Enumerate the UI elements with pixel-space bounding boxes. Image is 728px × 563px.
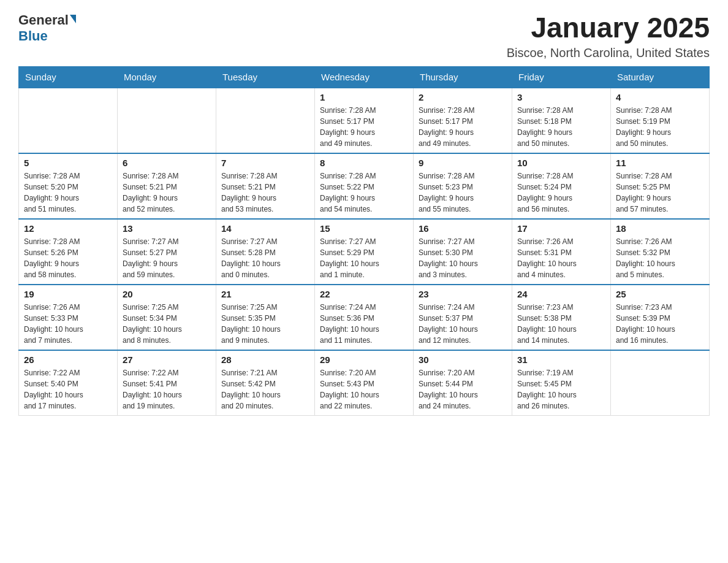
day-number: 27	[123, 354, 211, 365]
day-info: Sunrise: 7:28 AMSunset: 5:21 PMDaylight:…	[123, 170, 211, 215]
day-info: Sunrise: 7:28 AMSunset: 5:17 PMDaylight:…	[320, 105, 408, 149]
table-row: 28Sunrise: 7:21 AMSunset: 5:42 PMDayligh…	[216, 350, 315, 416]
table-row	[118, 88, 216, 153]
day-info: Sunrise: 7:20 AMSunset: 5:44 PMDaylight:…	[419, 367, 507, 412]
table-row: 11Sunrise: 7:28 AMSunset: 5:25 PMDayligh…	[611, 153, 710, 219]
table-row: 3Sunrise: 7:28 AMSunset: 5:18 PMDaylight…	[512, 88, 611, 153]
day-info: Sunrise: 7:27 AMSunset: 5:28 PMDaylight:…	[221, 236, 309, 280]
col-sunday: Sunday	[19, 66, 118, 88]
day-info: Sunrise: 7:27 AMSunset: 5:27 PMDaylight:…	[123, 236, 211, 280]
table-row: 25Sunrise: 7:23 AMSunset: 5:39 PMDayligh…	[611, 285, 710, 350]
calendar-table: Sunday Monday Tuesday Wednesday Thursday…	[18, 66, 710, 416]
day-info: Sunrise: 7:26 AMSunset: 5:32 PMDaylight:…	[616, 236, 704, 280]
day-number: 6	[123, 158, 211, 168]
day-info: Sunrise: 7:27 AMSunset: 5:29 PMDaylight:…	[320, 236, 408, 280]
day-info: Sunrise: 7:22 AMSunset: 5:40 PMDaylight:…	[24, 367, 112, 412]
day-number: 13	[123, 223, 211, 234]
table-row: 29Sunrise: 7:20 AMSunset: 5:43 PMDayligh…	[315, 350, 414, 416]
table-row: 31Sunrise: 7:19 AMSunset: 5:45 PMDayligh…	[512, 350, 611, 416]
calendar-week-row: 1Sunrise: 7:28 AMSunset: 5:17 PMDaylight…	[19, 88, 710, 153]
day-info: Sunrise: 7:24 AMSunset: 5:37 PMDaylight:…	[419, 302, 507, 346]
day-number: 24	[517, 289, 605, 299]
table-row: 2Sunrise: 7:28 AMSunset: 5:17 PMDaylight…	[414, 88, 512, 153]
table-row: 8Sunrise: 7:28 AMSunset: 5:22 PMDaylight…	[315, 153, 414, 219]
day-number: 10	[517, 158, 605, 168]
day-number: 16	[419, 223, 507, 234]
table-row: 10Sunrise: 7:28 AMSunset: 5:24 PMDayligh…	[512, 153, 611, 219]
col-thursday: Thursday	[414, 66, 512, 88]
day-info: Sunrise: 7:27 AMSunset: 5:30 PMDaylight:…	[419, 236, 507, 280]
table-row	[216, 88, 315, 153]
table-row	[611, 350, 710, 416]
day-number: 17	[517, 223, 605, 234]
day-info: Sunrise: 7:28 AMSunset: 5:21 PMDaylight:…	[221, 170, 309, 215]
day-number: 4	[616, 92, 704, 102]
col-saturday: Saturday	[611, 66, 710, 88]
day-info: Sunrise: 7:26 AMSunset: 5:31 PMDaylight:…	[517, 236, 605, 280]
day-info: Sunrise: 7:21 AMSunset: 5:42 PMDaylight:…	[221, 367, 309, 412]
day-number: 22	[320, 289, 408, 299]
page-header: General Blue January 2025 Biscoe, North …	[18, 12, 710, 60]
day-number: 23	[419, 289, 507, 299]
table-row: 5Sunrise: 7:28 AMSunset: 5:20 PMDaylight…	[19, 153, 118, 219]
day-number: 3	[517, 92, 605, 102]
day-number: 11	[616, 158, 704, 168]
table-row: 7Sunrise: 7:28 AMSunset: 5:21 PMDaylight…	[216, 153, 315, 219]
day-info: Sunrise: 7:28 AMSunset: 5:17 PMDaylight:…	[419, 105, 507, 149]
day-number: 14	[221, 223, 309, 234]
table-row: 26Sunrise: 7:22 AMSunset: 5:40 PMDayligh…	[19, 350, 118, 416]
calendar-week-row: 26Sunrise: 7:22 AMSunset: 5:40 PMDayligh…	[19, 350, 710, 416]
table-row: 18Sunrise: 7:26 AMSunset: 5:32 PMDayligh…	[611, 219, 710, 285]
day-number: 5	[24, 158, 112, 168]
day-info: Sunrise: 7:28 AMSunset: 5:20 PMDaylight:…	[24, 170, 112, 215]
calendar-week-row: 5Sunrise: 7:28 AMSunset: 5:20 PMDaylight…	[19, 153, 710, 219]
day-info: Sunrise: 7:28 AMSunset: 5:19 PMDaylight:…	[616, 105, 704, 149]
logo-general-text: General	[18, 12, 69, 28]
table-row: 1Sunrise: 7:28 AMSunset: 5:17 PMDaylight…	[315, 88, 414, 153]
day-info: Sunrise: 7:26 AMSunset: 5:33 PMDaylight:…	[24, 302, 112, 346]
main-title: January 2025	[507, 12, 710, 44]
col-monday: Monday	[118, 66, 216, 88]
day-number: 30	[419, 354, 507, 365]
col-wednesday: Wednesday	[315, 66, 414, 88]
day-number: 20	[123, 289, 211, 299]
table-row: 6Sunrise: 7:28 AMSunset: 5:21 PMDaylight…	[118, 153, 216, 219]
table-row: 13Sunrise: 7:27 AMSunset: 5:27 PMDayligh…	[118, 219, 216, 285]
calendar-week-row: 12Sunrise: 7:28 AMSunset: 5:26 PMDayligh…	[19, 219, 710, 285]
day-number: 15	[320, 223, 408, 234]
table-row: 24Sunrise: 7:23 AMSunset: 5:38 PMDayligh…	[512, 285, 611, 350]
table-row: 9Sunrise: 7:28 AMSunset: 5:23 PMDaylight…	[414, 153, 512, 219]
table-row: 15Sunrise: 7:27 AMSunset: 5:29 PMDayligh…	[315, 219, 414, 285]
day-number: 29	[320, 354, 408, 365]
col-tuesday: Tuesday	[216, 66, 315, 88]
table-row: 21Sunrise: 7:25 AMSunset: 5:35 PMDayligh…	[216, 285, 315, 350]
table-row: 19Sunrise: 7:26 AMSunset: 5:33 PMDayligh…	[19, 285, 118, 350]
day-number: 12	[24, 223, 112, 234]
day-number: 19	[24, 289, 112, 299]
table-row: 14Sunrise: 7:27 AMSunset: 5:28 PMDayligh…	[216, 219, 315, 285]
table-row: 16Sunrise: 7:27 AMSunset: 5:30 PMDayligh…	[414, 219, 512, 285]
logo: General Blue	[18, 12, 76, 44]
calendar-header-row: Sunday Monday Tuesday Wednesday Thursday…	[19, 66, 710, 88]
day-info: Sunrise: 7:23 AMSunset: 5:38 PMDaylight:…	[517, 302, 605, 346]
day-info: Sunrise: 7:24 AMSunset: 5:36 PMDaylight:…	[320, 302, 408, 346]
day-info: Sunrise: 7:23 AMSunset: 5:39 PMDaylight:…	[616, 302, 704, 346]
day-number: 25	[616, 289, 704, 299]
day-number: 18	[616, 223, 704, 234]
day-number: 7	[221, 158, 309, 168]
day-info: Sunrise: 7:28 AMSunset: 5:24 PMDaylight:…	[517, 170, 605, 215]
day-info: Sunrise: 7:22 AMSunset: 5:41 PMDaylight:…	[123, 367, 211, 412]
table-row: 30Sunrise: 7:20 AMSunset: 5:44 PMDayligh…	[414, 350, 512, 416]
day-number: 21	[221, 289, 309, 299]
table-row: 20Sunrise: 7:25 AMSunset: 5:34 PMDayligh…	[118, 285, 216, 350]
day-number: 28	[221, 354, 309, 365]
calendar-week-row: 19Sunrise: 7:26 AMSunset: 5:33 PMDayligh…	[19, 285, 710, 350]
day-info: Sunrise: 7:20 AMSunset: 5:43 PMDaylight:…	[320, 367, 408, 412]
day-info: Sunrise: 7:28 AMSunset: 5:22 PMDaylight:…	[320, 170, 408, 215]
day-info: Sunrise: 7:25 AMSunset: 5:34 PMDaylight:…	[123, 302, 211, 346]
title-section: January 2025 Biscoe, North Carolina, Uni…	[507, 12, 710, 60]
table-row: 22Sunrise: 7:24 AMSunset: 5:36 PMDayligh…	[315, 285, 414, 350]
table-row: 27Sunrise: 7:22 AMSunset: 5:41 PMDayligh…	[118, 350, 216, 416]
day-info: Sunrise: 7:28 AMSunset: 5:25 PMDaylight:…	[616, 170, 704, 215]
table-row: 23Sunrise: 7:24 AMSunset: 5:37 PMDayligh…	[414, 285, 512, 350]
